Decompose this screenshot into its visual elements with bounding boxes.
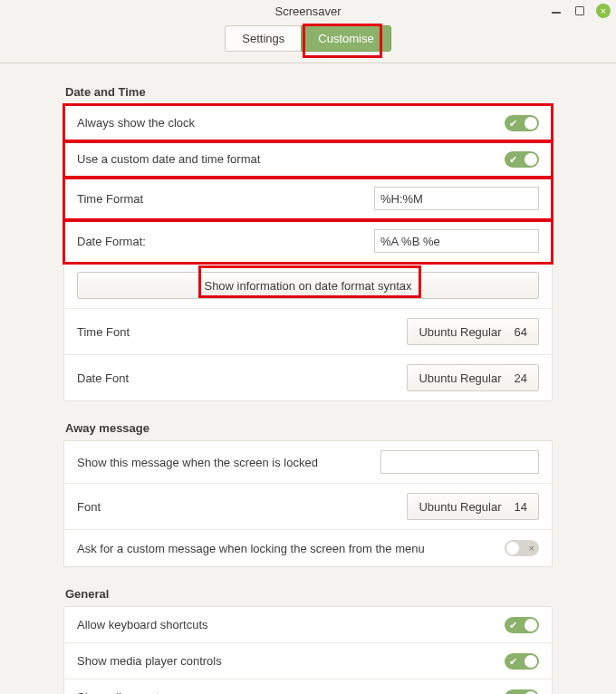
toggle-album-art[interactable]: ✔×: [505, 689, 539, 695]
section-title-datetime: Date and Time: [65, 85, 553, 99]
input-time-format[interactable]: [374, 187, 539, 210]
section-title-general: General: [65, 587, 553, 601]
row-time-format: Time Format: [64, 178, 552, 220]
toggle-media-controls[interactable]: ✔×: [505, 653, 539, 670]
close-button[interactable]: ×: [596, 4, 611, 18]
button-time-font[interactable]: Ubuntu Regular 64: [407, 318, 539, 345]
titlebar: Screensaver ×: [0, 0, 616, 24]
check-icon: ✔: [509, 153, 517, 166]
check-icon: ✔: [509, 117, 517, 130]
away-font-name: Ubuntu Regular: [419, 500, 501, 514]
row-custom-format: Use a custom date and time format ✔ ×: [64, 141, 552, 178]
window-title: Screensaver: [275, 5, 342, 18]
tab-bar: Settings Customise: [0, 24, 616, 63]
row-date-format: Date Format:: [64, 220, 552, 263]
row-time-font: Time Font Ubuntu Regular 64: [64, 309, 552, 355]
panel-general: Allow keyboard shortcuts ✔× Show media p…: [63, 606, 553, 694]
check-icon: ✔: [509, 619, 517, 631]
row-ask-custom: Ask for a custom message when locking th…: [64, 530, 552, 566]
label-album-art: Show album art: [77, 690, 505, 694]
row-away-message: Show this message when the screen is loc…: [64, 441, 552, 484]
button-format-syntax-info[interactable]: Show information on date format syntax: [77, 272, 539, 299]
label-time-font: Time Font: [77, 325, 407, 339]
label-always-show-clock: Always show the clock: [77, 116, 505, 130]
check-icon: ✔: [509, 655, 517, 668]
label-custom-format: Use a custom date and time format: [77, 152, 505, 166]
button-date-font[interactable]: Ubuntu Regular 24: [407, 364, 539, 391]
label-away-font: Font: [77, 500, 407, 514]
row-kbd-shortcuts: Allow keyboard shortcuts ✔×: [64, 607, 552, 643]
label-date-format: Date Format:: [77, 235, 374, 248]
input-away-message[interactable]: [380, 450, 539, 474]
label-away-message: Show this message when the screen is loc…: [77, 456, 380, 469]
toggle-ask-custom[interactable]: ✔ ×: [505, 540, 539, 556]
row-away-font: Font Ubuntu Regular 14: [64, 484, 552, 530]
toggle-kbd-shortcuts[interactable]: ✔×: [505, 617, 539, 633]
window-controls: ×: [549, 4, 611, 18]
toggle-custom-format[interactable]: ✔ ×: [505, 151, 539, 168]
row-date-font: Date Font Ubuntu Regular 24: [64, 355, 552, 400]
date-font-size: 24: [515, 371, 527, 385]
toggle-always-show-clock[interactable]: ✔ ×: [505, 115, 539, 131]
input-date-format[interactable]: [374, 229, 539, 253]
row-album-art: Show album art ✔×: [64, 680, 552, 694]
section-title-away: Away message: [65, 421, 553, 435]
row-syntax-info: Show information on date format syntax: [64, 263, 552, 309]
tab-customise[interactable]: Customise: [301, 25, 390, 52]
button-away-font[interactable]: Ubuntu Regular 14: [407, 493, 539, 520]
away-font-size: 14: [515, 500, 527, 514]
date-font-name: Ubuntu Regular: [419, 371, 501, 385]
time-font-size: 64: [515, 325, 527, 339]
time-font-name: Ubuntu Regular: [419, 325, 501, 339]
x-icon: ×: [529, 542, 534, 554]
content-area: Date and Time Always show the clock ✔ × …: [0, 63, 616, 694]
label-media-controls: Show media player controls: [77, 654, 505, 668]
maximize-button[interactable]: [573, 4, 587, 18]
label-time-format: Time Format: [77, 192, 374, 206]
panel-datetime: Always show the clock ✔ × Use a custom d…: [63, 104, 553, 401]
label-ask-custom: Ask for a custom message when locking th…: [77, 542, 505, 555]
panel-away: Show this message when the screen is loc…: [63, 440, 553, 567]
minimize-button[interactable]: [549, 4, 563, 18]
row-media-controls: Show media player controls ✔×: [64, 643, 552, 680]
label-date-font: Date Font: [77, 371, 407, 385]
check-icon: ✔: [509, 691, 517, 695]
label-kbd-shortcuts: Allow keyboard shortcuts: [77, 618, 505, 631]
row-always-show-clock: Always show the clock ✔ ×: [64, 105, 552, 141]
tab-settings[interactable]: Settings: [225, 25, 301, 52]
